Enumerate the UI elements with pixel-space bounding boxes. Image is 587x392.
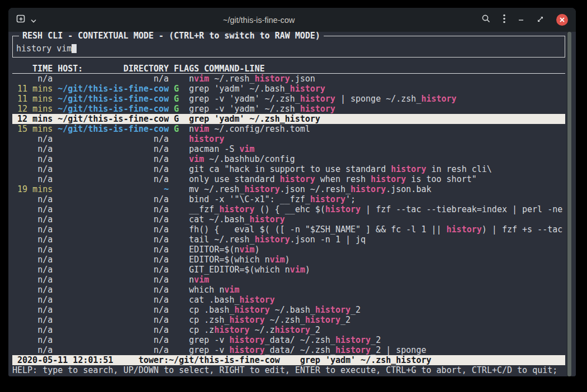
row-directory: n/a — [58, 194, 169, 204]
history-row[interactable]: n/an/afh() { eval $( ([ -n "$ZSH_NAME" ]… — [12, 224, 565, 235]
status-bar: 2020-05-11 12:01:51 tower:~/git/this-is-… — [12, 355, 565, 365]
history-row[interactable]: n/an/apacman -S vim — [12, 144, 565, 154]
row-flags — [174, 134, 179, 144]
history-row-selected[interactable]: 12 mins~/git/this-is-fine-cowGgrep 'yadm… — [12, 114, 565, 124]
row-directory: n/a — [58, 265, 169, 275]
row-command: grep -v 'yadm' ~/.zsh_history — [189, 104, 565, 114]
new-tab-button[interactable] — [16, 14, 26, 26]
search-button[interactable] — [481, 14, 491, 26]
header-directory: DIRECTORY — [124, 64, 169, 73]
row-flags — [174, 184, 179, 194]
history-table-body: n/an/anvim ~/.resh_history.json11 mins~/… — [12, 74, 565, 355]
row-time: 12 mins — [17, 104, 53, 114]
row-time: n/a — [17, 345, 53, 355]
history-row[interactable]: n/an/ahistory — [12, 134, 565, 144]
history-row[interactable]: n/an/acat ~/.bash_history — [12, 214, 565, 224]
history-row[interactable]: n/an/awhich nvim — [12, 285, 565, 295]
row-directory: n/a — [58, 275, 169, 285]
tab-list-dropdown[interactable] — [31, 15, 36, 25]
history-row[interactable]: n/an/aonly use standard history when res… — [12, 174, 565, 184]
header-host: HOST: — [58, 64, 83, 73]
row-flags — [174, 245, 179, 255]
history-row[interactable]: n/an/acp .zsh_history ~/.zsh_history_2 — [12, 315, 565, 325]
row-flags — [174, 235, 179, 245]
close-button[interactable] — [556, 14, 568, 26]
row-command: EDITOR=$(which nvim) — [189, 255, 565, 265]
history-row[interactable]: 12 mins~/git/this-is-fine-cowGgrep -v 'y… — [12, 104, 565, 114]
row-command: pacman -S vim — [189, 144, 565, 154]
row-directory: n/a — [58, 154, 169, 164]
history-row[interactable]: 15 mins~/git/this-is-fine-cowGnvim ~/.co… — [12, 124, 565, 134]
row-time: n/a — [17, 255, 53, 265]
row-command: nvim — [189, 275, 565, 285]
row-flags — [174, 285, 179, 295]
scrollbar-thumb[interactable] — [567, 32, 571, 376]
row-command: EDITOR=$(nvim) — [189, 245, 565, 255]
row-flags — [174, 214, 179, 224]
history-row[interactable]: n/an/abind -x '"\C-x1": __fzf_history'; — [12, 194, 565, 204]
history-row[interactable]: 11 mins~/git/this-is-fine-cowGgrep -v 'y… — [12, 94, 565, 104]
row-flags — [174, 144, 179, 154]
row-time: n/a — [17, 174, 53, 184]
history-row[interactable]: n/an/agrep -v history_data/ ~/.zsh_histo… — [12, 335, 565, 345]
row-time: 15 mins — [17, 124, 53, 134]
row-directory: n/a — [58, 255, 169, 265]
header-time: TIME — [17, 64, 53, 73]
row-flags: G — [174, 124, 179, 134]
history-table-header: TIME HOST:DIRECTORY FLAGS COMMAND-LINE — [12, 64, 565, 74]
row-flags — [174, 325, 179, 335]
row-directory: n/a — [58, 144, 169, 154]
history-row[interactable]: n/an/aEDITOR=$(nvim) — [12, 245, 565, 255]
row-directory: n/a — [58, 174, 169, 184]
row-command: tail ~/.resh_history.json -n 1 | jq — [189, 235, 565, 245]
row-flags: G — [174, 94, 179, 104]
history-row[interactable]: 19 mins~mv ~/.resh_history.json ~/.resh_… — [12, 184, 565, 194]
row-command: history — [189, 134, 565, 144]
row-time: n/a — [17, 224, 53, 235]
row-directory: ~/git/this-is-fine-cow — [58, 94, 169, 104]
row-directory: n/a — [58, 295, 169, 305]
history-row[interactable]: n/an/agit ca "hack in support to use sta… — [12, 164, 565, 174]
row-time: n/a — [17, 325, 53, 335]
row-time: n/a — [17, 335, 53, 345]
history-row[interactable]: n/an/aEDITOR=$(which nvim) — [12, 255, 565, 265]
scrollbar[interactable] — [567, 32, 571, 376]
row-time: n/a — [17, 245, 53, 255]
row-flags — [174, 154, 179, 164]
terminal-content: RESH CLI - CONTEXTUAL MODE - (CTRL+R to … — [8, 32, 576, 376]
row-time: n/a — [17, 74, 53, 84]
status-command: grep 'yadm' ~/.zsh_history — [300, 355, 432, 365]
history-row[interactable]: n/an/anvim ~/.resh_history.json — [12, 74, 565, 84]
row-time: n/a — [17, 214, 53, 224]
history-row[interactable]: n/an/a__fzf_history () { __ehc $(history… — [12, 204, 565, 214]
history-row[interactable]: n/an/acat .bash_history — [12, 295, 565, 305]
history-row[interactable]: n/an/avim ~/.bashhub/config — [12, 154, 565, 164]
row-directory: n/a — [58, 285, 169, 295]
row-flags — [174, 224, 179, 235]
row-flags — [174, 74, 179, 84]
history-row[interactable]: n/an/anvim — [12, 275, 565, 285]
history-row[interactable]: n/an/agrep -v history_data/ ~/.zsh_histo… — [12, 345, 565, 355]
minimize-button[interactable] — [518, 15, 524, 25]
menu-button[interactable] — [503, 14, 505, 26]
row-flags — [174, 204, 179, 214]
row-flags — [174, 345, 179, 355]
search-icon — [481, 14, 491, 26]
row-command: cp .bash_history ~/.bash_history_2 — [189, 305, 565, 315]
row-directory: ~/git/this-is-fine-cow — [58, 84, 169, 94]
status-datetime: 2020-05-11 12:01:51 — [17, 355, 113, 365]
history-row[interactable]: 11 mins~/git/this-is-fine-cowGgrep 'yadm… — [12, 84, 565, 94]
help-line: HELP: type to search, UP/DOWN to select,… — [12, 365, 565, 375]
history-row[interactable]: n/an/atail ~/.resh_history.json -n 1 | j… — [12, 235, 565, 245]
row-flags — [174, 194, 179, 204]
history-row[interactable]: n/an/acp .bash_history ~/.bash_history_2 — [12, 305, 565, 315]
row-directory: n/a — [58, 345, 169, 355]
row-time: n/a — [17, 144, 53, 154]
row-flags — [174, 295, 179, 305]
history-row[interactable]: n/an/aGIT_EDITOR=$(which nvim) — [12, 265, 565, 275]
history-row[interactable]: n/an/acp .zhistory ~/.zhistory_2 — [12, 325, 565, 335]
row-directory: n/a — [58, 335, 169, 345]
row-flags — [174, 335, 179, 345]
row-command: grep -v history_data/ ~/.zsh_history_2 |… — [189, 345, 565, 355]
restore-button[interactable] — [537, 15, 544, 25]
